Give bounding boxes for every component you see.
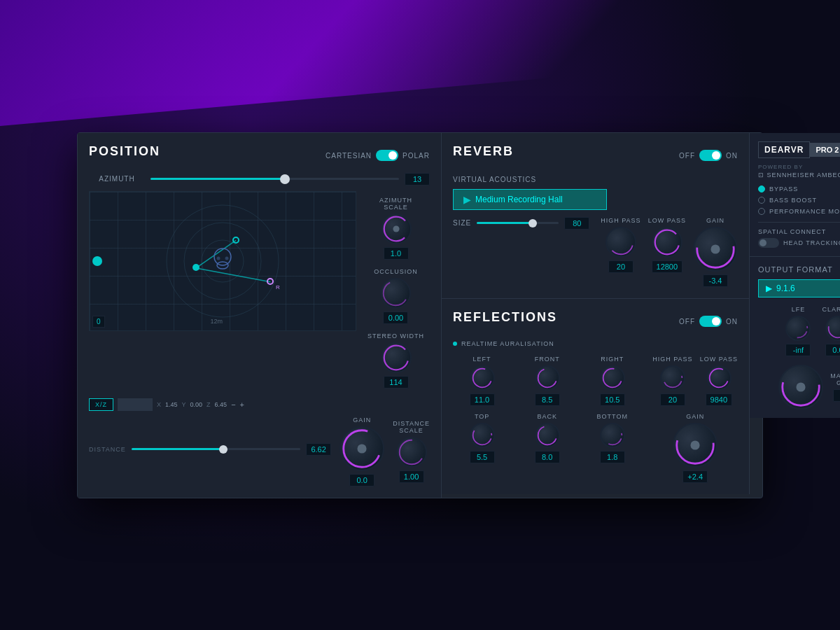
size-slider[interactable] xyxy=(477,222,559,224)
xz-btn[interactable]: X/Z xyxy=(89,398,113,411)
distance-scale-value[interactable]: 1.00 xyxy=(399,470,424,483)
position-mode-toggle: CARTESIAN POLAR xyxy=(326,150,430,161)
xy-grid[interactable]: R 0 xyxy=(89,191,356,331)
front-knob[interactable] xyxy=(535,365,560,391)
reverb-lp-label: LOW PASS xyxy=(648,217,686,224)
azimuth-scale-knob[interactable] xyxy=(381,214,412,244)
zero-value: 0 xyxy=(92,316,105,328)
reverb-hp-value[interactable]: 20 xyxy=(608,260,634,273)
realtime-dot xyxy=(453,342,457,346)
position-mode-switch[interactable] xyxy=(376,150,398,161)
lfe-knob[interactable] xyxy=(785,316,811,341)
reflections-toggle[interactable] xyxy=(699,316,722,327)
reverb-lp-group: LOW PASS 12800 xyxy=(648,217,686,273)
distance-scale-knob[interactable] xyxy=(396,437,427,468)
performance-radio[interactable] xyxy=(758,208,765,215)
svg-point-16 xyxy=(609,230,634,254)
azimuth-slider[interactable] xyxy=(150,178,399,180)
azimuth-label: AZIMUTH xyxy=(89,175,145,183)
mode-btn-2[interactable] xyxy=(118,398,153,411)
bass-boost-radio[interactable] xyxy=(758,197,765,204)
distance-slider-row: DISTANCE 6.62 xyxy=(89,443,331,456)
occlusion-knob[interactable] xyxy=(380,278,411,309)
reverb-off-label: OFF xyxy=(679,152,695,160)
size-value[interactable]: 80 xyxy=(564,217,589,230)
left-value[interactable]: 11.0 xyxy=(470,393,495,406)
back-label: BACK xyxy=(537,413,557,420)
gain-knob-group: GAIN 0.0 xyxy=(340,416,384,486)
right-value[interactable]: 10.5 xyxy=(600,393,625,406)
top-value[interactable]: 5.5 xyxy=(470,451,495,463)
svg-point-11 xyxy=(384,281,408,305)
reverb-toggle-row: OFF ON xyxy=(679,150,738,161)
minus-btn[interactable]: − xyxy=(231,400,235,409)
refl-lp-knob[interactable] xyxy=(706,365,732,391)
master-gain-knob[interactable] xyxy=(778,365,823,410)
azimuth-scale-value[interactable]: 1.0 xyxy=(384,247,409,260)
reverb-lp-knob[interactable] xyxy=(652,227,682,258)
right-knob[interactable] xyxy=(600,365,625,391)
gain-value[interactable]: 0.0 xyxy=(349,474,374,486)
reverb-gain-value[interactable]: -3.4 xyxy=(703,274,728,287)
refl-lp-value[interactable]: 9840 xyxy=(706,393,732,406)
distance-slider-area: DISTANCE 6.62 xyxy=(89,443,331,460)
format-arrow-icon: ▶ xyxy=(766,284,772,293)
head-tracking-toggle[interactable] xyxy=(758,238,779,248)
bypass-radio[interactable] xyxy=(758,186,765,192)
right-knob-group: RIGHT 10.5 xyxy=(583,356,641,406)
master-gain-row: MASTERGAIN 0.0 xyxy=(758,365,840,410)
master-gain-label: MASTERGAIN xyxy=(830,372,840,386)
stereo-width-knob[interactable] xyxy=(381,342,412,373)
bottom-knob[interactable] xyxy=(600,423,625,448)
reverb-toggle[interactable] xyxy=(699,150,722,161)
reverb-lp-value[interactable]: 12800 xyxy=(652,260,683,273)
spatial-connect-label: SPATIAL CONNECT xyxy=(758,222,840,235)
bottom-value[interactable]: 1.8 xyxy=(600,451,625,463)
refl-gain-value[interactable]: +2.4 xyxy=(682,470,708,483)
refl-hp-knob[interactable] xyxy=(660,365,685,391)
reverb-on-label: ON xyxy=(726,152,738,160)
occlusion-value[interactable]: 0.00 xyxy=(383,312,408,324)
clarity-knob[interactable] xyxy=(825,316,840,341)
center-column: REVERB OFF ON VIRTUAL ACOUSTICS ▶ Medium… xyxy=(442,133,750,494)
x-label: X xyxy=(157,401,161,408)
reverb-gain-knob[interactable] xyxy=(693,227,738,272)
bass-boost-label: BASS BOOST xyxy=(769,197,817,204)
bass-boost-item[interactable]: BASS BOOST xyxy=(758,197,840,204)
front-value[interactable]: 8.5 xyxy=(535,393,560,406)
distance-value[interactable]: 6.62 xyxy=(306,443,331,456)
dearvr-header: DEARVR PRO 2 xyxy=(758,141,840,158)
performance-item[interactable]: PERFORMANCE MODE xyxy=(758,208,840,215)
reflections-left: LEFT 11.0 FRONT xyxy=(453,356,641,483)
plugin-container: POSITION CARTESIAN POLAR AZIMUTH 13 xyxy=(77,132,763,498)
reverb-hp-label: HIGH PASS xyxy=(601,217,640,224)
z-value: 6.45 xyxy=(215,401,227,408)
stereo-width-value[interactable]: 114 xyxy=(384,376,409,388)
clarity-value[interactable]: 0.0 xyxy=(825,344,840,356)
lfe-value[interactable]: -inf xyxy=(785,344,811,356)
preset-button[interactable]: ▶ Medium Recording Hall xyxy=(453,189,607,210)
refl-hp-value[interactable]: 20 xyxy=(660,393,685,406)
distance-track[interactable] xyxy=(132,448,300,450)
radio-group: BYPASS BASS BOOST PERFORMANCE MODE xyxy=(758,186,840,215)
bypass-item[interactable]: BYPASS xyxy=(758,186,840,192)
back-knob[interactable] xyxy=(535,423,560,448)
reverb-hp-knob[interactable] xyxy=(606,227,636,258)
master-gain-value[interactable]: 0.0 xyxy=(833,389,840,402)
reverb-title: REVERB xyxy=(453,144,514,159)
plus-btn[interactable]: + xyxy=(240,400,244,409)
gain-knob[interactable] xyxy=(340,426,384,471)
bottom-knob-group: BOTTOM 1.8 xyxy=(583,413,641,463)
top-knob[interactable] xyxy=(470,423,495,448)
format-button[interactable]: ▶ 9.1.6 xyxy=(758,279,840,298)
svg-point-5 xyxy=(214,248,231,265)
back-value[interactable]: 8.0 xyxy=(535,451,560,463)
left-knob[interactable] xyxy=(470,365,495,391)
reflections-body: LEFT 11.0 FRONT xyxy=(453,356,738,483)
size-row: SIZE 80 xyxy=(453,217,589,230)
polar-label: POLAR xyxy=(402,152,430,160)
gain-distance-row: DISTANCE 6.62 GAIN xyxy=(89,416,430,486)
refl-gain-knob[interactable] xyxy=(673,423,718,468)
azimuth-value[interactable]: 13 xyxy=(405,173,430,186)
refl-lp-label: LOW PASS xyxy=(700,356,738,363)
